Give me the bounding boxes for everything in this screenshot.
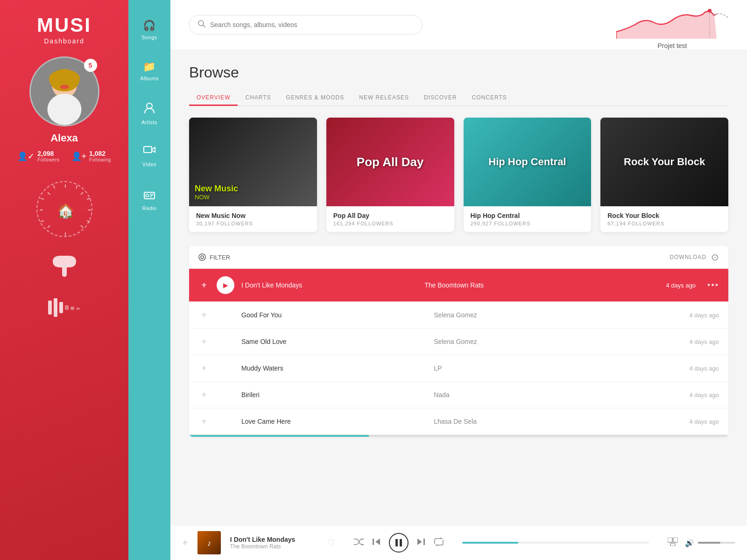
card-rock[interactable]: Rock Your Block Rock Your Block 67,194 F… <box>600 118 728 232</box>
tab-genres-moods[interactable]: GENRES & MOODS <box>279 91 352 106</box>
np-add-button[interactable]: + <box>182 537 188 549</box>
search-icon <box>198 20 205 29</box>
add-song-btn-2[interactable]: + <box>198 309 210 321</box>
sidebar-item-radio[interactable]: Radio <box>128 177 170 221</box>
add-song-btn-6[interactable]: + <box>198 416 210 427</box>
pause-button[interactable] <box>389 533 409 553</box>
radio-icon <box>143 188 155 203</box>
song-time-5: 4 days ago <box>626 392 719 399</box>
svg-text:♪: ♪ <box>207 539 211 548</box>
svg-rect-24 <box>65 305 69 310</box>
search-input[interactable] <box>210 21 414 28</box>
volume-control: 🔊 <box>685 539 735 547</box>
filter-button[interactable]: FILTER <box>198 253 230 261</box>
svg-line-16 <box>41 198 44 199</box>
tab-overview[interactable]: OVERVIEW <box>189 91 238 106</box>
svg-line-9 <box>48 192 50 195</box>
albums-label: Albums <box>140 76 159 81</box>
svg-rect-50 <box>673 538 678 542</box>
np-progress[interactable] <box>462 542 649 544</box>
song-title-6: Love Came Here <box>241 418 427 425</box>
tab-discover[interactable]: DISCOVER <box>416 91 465 106</box>
sidebar-item-artists[interactable]: Artists <box>128 91 170 135</box>
np-title: I Don't Like Mondays <box>230 536 314 543</box>
followers-icon: 👤✓ <box>17 151 35 161</box>
svg-rect-26 <box>76 308 80 310</box>
projet-label: Projet test <box>616 42 728 49</box>
np-info: I Don't Like Mondays The Boomtown Rats <box>230 536 314 550</box>
np-controls <box>353 533 444 553</box>
albums-icon: 📁 <box>143 61 156 73</box>
song-time-2: 4 days ago <box>626 312 719 319</box>
tab-new-releases[interactable]: NEW RELEASES <box>352 91 416 106</box>
download-icon[interactable]: ⊙ <box>711 252 719 263</box>
user-stats: 👤✓ 2,098 Followers 👤+ 1,082 Following <box>17 150 111 162</box>
song-row-active[interactable]: + ▶ I Don't Like Mondays The Boomtown Ra… <box>189 269 728 302</box>
prev-button[interactable] <box>372 538 381 548</box>
np-right: 🔊 <box>668 538 735 548</box>
song-title-1: I Don't Like Mondays <box>241 281 417 289</box>
svg-rect-51 <box>670 543 675 546</box>
song-list: FILTER DOWNLOAD ⊙ + ▶ I Don't Like Monda… <box>189 246 728 437</box>
shuffle-button[interactable] <box>353 538 364 548</box>
sidebar-item-albums[interactable]: 📁 Albums <box>128 50 170 91</box>
svg-line-10 <box>81 225 83 228</box>
svg-point-39 <box>201 256 204 259</box>
followers-count: 2,098 <box>37 150 59 157</box>
next-button[interactable] <box>417 538 425 548</box>
sidebar-left: MUSI Dashboard 5 Alexa 👤✓ <box>0 0 128 560</box>
home-icon-wrap: 🏠 ♪ <box>36 181 92 237</box>
card-new-music[interactable]: New Music NOW New Music Now 30,197 FOLLO… <box>189 118 317 232</box>
np-heart-button[interactable]: ♡ <box>327 538 335 548</box>
sidebar-nav: 🎧 Songs 📁 Albums Artists Video <box>128 0 170 560</box>
filter-label: FILTER <box>210 254 230 261</box>
app-subtitle: Dashboard <box>44 37 85 45</box>
card-hip-hop[interactable]: Hip Hop Central Hip Hop Central 290,927 … <box>464 118 592 232</box>
song-row-5[interactable]: + Birileri Nada 4 days ago <box>189 382 728 408</box>
queue-button[interactable] <box>668 538 678 548</box>
volume-icon[interactable]: 🔊 <box>685 539 694 547</box>
song-time-3: 4 days ago <box>626 338 719 345</box>
svg-line-17 <box>87 198 90 199</box>
repeat-button[interactable] <box>434 538 444 548</box>
download-button[interactable]: DOWNLOAD <box>669 254 706 260</box>
followers-label: Followers <box>37 157 59 162</box>
song-artist-4: LP <box>434 364 619 372</box>
song-row-6[interactable]: + Love Came Here Lhasa De Sela 4 days ag… <box>189 408 728 435</box>
svg-line-14 <box>54 185 55 189</box>
main-content: Projet test Browse OVERVIEW CHARTS GENRE… <box>170 0 747 560</box>
add-song-btn-5[interactable]: + <box>198 389 210 400</box>
song-artist-5: Nada <box>434 391 619 399</box>
svg-marker-43 <box>375 539 380 545</box>
radio-label: Radio <box>142 205 156 211</box>
sidebar-item-songs[interactable]: 🎧 Songs <box>128 9 170 50</box>
progress-bar[interactable] <box>462 542 649 544</box>
svg-rect-28 <box>144 147 152 153</box>
svg-line-35 <box>203 25 205 28</box>
scroll-icon <box>50 251 78 284</box>
songs-label: Songs <box>141 35 157 40</box>
tab-charts[interactable]: CHARTS <box>238 91 278 106</box>
song-row-4[interactable]: + Muddy Waters LP 4 days ago <box>189 355 728 382</box>
song-row-3[interactable]: + Same Old Love Selena Gomez 4 days ago <box>189 329 728 355</box>
card-pop-all-day[interactable]: Pop All Day Pop All Day 161,294 FOLLOWER… <box>326 118 454 232</box>
artists-label: Artists <box>141 119 157 125</box>
svg-line-12 <box>48 225 50 228</box>
clock-circle: 🏠 ♪ <box>36 181 92 237</box>
card-4-overlay: Rock Your Block <box>624 156 705 168</box>
svg-point-30 <box>146 194 148 197</box>
svg-point-4 <box>60 85 69 90</box>
add-song-btn-1[interactable]: + <box>198 280 210 291</box>
sidebar-item-video[interactable]: Video <box>128 135 170 177</box>
tab-concerts[interactable]: CONCERTS <box>465 91 514 106</box>
volume-bar[interactable] <box>698 542 735 544</box>
add-song-btn-3[interactable]: + <box>198 336 210 347</box>
svg-rect-44 <box>373 539 374 545</box>
play-button-1[interactable]: ▶ <box>217 276 234 294</box>
add-song-btn-4[interactable]: + <box>198 363 210 374</box>
avatar-wrap: 5 <box>29 56 99 126</box>
svg-line-15 <box>41 221 44 222</box>
projet-wrap: Projet test <box>616 8 728 41</box>
song-menu-1[interactable]: ••• <box>707 280 719 290</box>
song-row-2[interactable]: + Good For You Selena Gomez 4 days ago <box>189 302 728 329</box>
